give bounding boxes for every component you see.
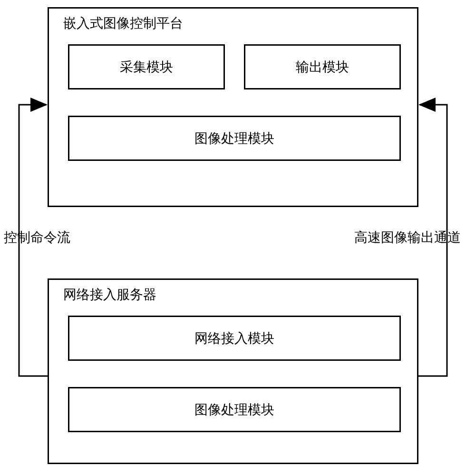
network-access-server: 网络接入服务器 网络接入模块 图像处理模块 — [48, 278, 418, 464]
output-label: 输出模块 — [296, 58, 349, 76]
bottom-box-title: 网络接入服务器 — [63, 286, 156, 304]
control-command-flow-label: 控制命令流 — [4, 228, 70, 247]
diagram-container: 嵌入式图像控制平台 采集模块 输出模块 图像处理模块 网络接入服务器 网络接入模… — [0, 0, 466, 476]
output-module: 输出模块 — [244, 44, 401, 89]
image-processing-module-bottom: 图像处理模块 — [68, 387, 401, 432]
acquisition-module: 采集模块 — [68, 44, 225, 89]
network-access-module: 网络接入模块 — [68, 316, 401, 361]
top-box-title: 嵌入式图像控制平台 — [63, 14, 183, 32]
embedded-image-control-platform: 嵌入式图像控制平台 采集模块 输出模块 图像处理模块 — [48, 7, 418, 207]
image-processing-label-top: 图像处理模块 — [194, 129, 274, 148]
image-processing-module-top: 图像处理模块 — [68, 116, 401, 161]
acquisition-label: 采集模块 — [120, 58, 173, 76]
image-processing-label-bottom: 图像处理模块 — [194, 401, 274, 419]
high-speed-image-output-channel-label: 高速图像输出通道 — [354, 228, 461, 247]
network-access-label: 网络接入模块 — [194, 329, 274, 347]
